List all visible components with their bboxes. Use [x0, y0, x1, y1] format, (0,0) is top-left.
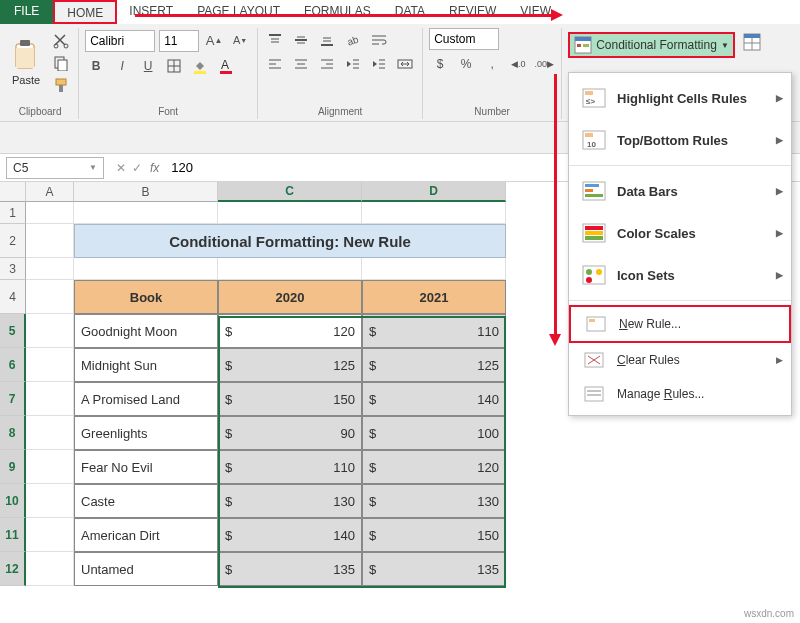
- paste-button[interactable]: Paste: [8, 38, 44, 88]
- row-header[interactable]: 8: [0, 416, 26, 450]
- row-header[interactable]: 1: [0, 202, 26, 224]
- cancel-formula-icon[interactable]: ✕: [116, 161, 126, 175]
- align-middle-button[interactable]: [290, 30, 312, 50]
- align-right-button[interactable]: [316, 54, 338, 74]
- percent-button[interactable]: %: [455, 54, 477, 74]
- tab-insert[interactable]: INSERT: [117, 0, 185, 24]
- cell-2020[interactable]: $130: [218, 484, 362, 518]
- cell-book[interactable]: Caste: [74, 484, 218, 518]
- wrap-text-button[interactable]: [368, 30, 390, 50]
- borders-button[interactable]: [163, 56, 185, 76]
- align-center-button[interactable]: [290, 54, 312, 74]
- cell-2020[interactable]: $110: [218, 450, 362, 484]
- row-header[interactable]: 3: [0, 258, 26, 280]
- row-header[interactable]: 5: [0, 314, 26, 348]
- cell-book[interactable]: Fear No Evil: [74, 450, 218, 484]
- row-header[interactable]: 6: [0, 348, 26, 382]
- cell-book[interactable]: Greenlights: [74, 416, 218, 450]
- cell-2020[interactable]: $125: [218, 348, 362, 382]
- fill-color-button[interactable]: [189, 56, 211, 76]
- row-header[interactable]: 2: [0, 224, 26, 258]
- cell-book[interactable]: Untamed: [74, 552, 218, 586]
- currency-button[interactable]: $: [429, 54, 451, 74]
- cell-2021[interactable]: $125: [362, 348, 506, 382]
- cell-book[interactable]: Goodnight Moon: [74, 314, 218, 348]
- row-header[interactable]: 4: [0, 280, 26, 314]
- tab-review[interactable]: REVIEW: [437, 0, 508, 24]
- format-painter-button[interactable]: [50, 75, 72, 95]
- row-header[interactable]: 10: [0, 484, 26, 518]
- col-header-b[interactable]: B: [74, 182, 218, 202]
- cell-book[interactable]: American Dirt: [74, 518, 218, 552]
- font-color-button[interactable]: A: [215, 56, 237, 76]
- decrease-decimal-button[interactable]: .00▶: [533, 54, 555, 74]
- align-left-button[interactable]: [264, 54, 286, 74]
- name-box[interactable]: C5 ▼: [6, 157, 104, 179]
- fx-label[interactable]: fx: [150, 161, 167, 175]
- orientation-button[interactable]: ab: [342, 30, 364, 50]
- decrease-indent-button[interactable]: [342, 54, 364, 74]
- cell-2020[interactable]: $120: [218, 314, 362, 348]
- svg-rect-45: [575, 37, 591, 41]
- orientation-icon: ab: [346, 33, 360, 47]
- row-header[interactable]: 11: [0, 518, 26, 552]
- merge-center-button[interactable]: [394, 54, 416, 74]
- align-bottom-button[interactable]: [316, 30, 338, 50]
- name-box-value: C5: [13, 161, 28, 175]
- italic-button[interactable]: I: [111, 56, 133, 76]
- font-size-select[interactable]: [159, 30, 199, 52]
- cell-book[interactable]: Midnight Sun: [74, 348, 218, 382]
- col-header-c[interactable]: C: [218, 182, 362, 202]
- bold-button[interactable]: B: [85, 56, 107, 76]
- increase-font-button[interactable]: A▲: [203, 30, 225, 50]
- decrease-font-button[interactable]: A▼: [229, 30, 251, 50]
- title-cell[interactable]: Conditional Formatting: New Rule: [74, 224, 506, 258]
- table-header-2021[interactable]: 2021: [362, 280, 506, 314]
- row-header[interactable]: 12: [0, 552, 26, 586]
- cf-highlight-cells-rules[interactable]: ≤> Highlight Cells Rules ▶: [569, 77, 791, 119]
- align-top-button[interactable]: [264, 30, 286, 50]
- svg-point-4: [64, 44, 68, 48]
- group-label-clipboard: Clipboard: [8, 104, 72, 117]
- enter-formula-icon[interactable]: ✓: [132, 161, 142, 175]
- tab-page-layout[interactable]: PAGE LAYOUT: [185, 0, 292, 24]
- underline-button[interactable]: U: [137, 56, 159, 76]
- cell-2021[interactable]: $135: [362, 552, 506, 586]
- spreadsheet-grid[interactable]: A B C D 1 2 Conditional Formatting: New …: [0, 182, 800, 586]
- cell-2020[interactable]: $140: [218, 518, 362, 552]
- format-as-table-button[interactable]: [741, 32, 763, 52]
- cell-2021[interactable]: $110: [362, 314, 506, 348]
- cell-2021[interactable]: $120: [362, 450, 506, 484]
- table-header-book[interactable]: Book: [74, 280, 218, 314]
- table-header-2020[interactable]: 2020: [218, 280, 362, 314]
- conditional-formatting-button[interactable]: Conditional Formatting ▼: [568, 32, 735, 58]
- cut-button[interactable]: [50, 31, 72, 51]
- row-header[interactable]: 7: [0, 382, 26, 416]
- tab-file[interactable]: FILE: [0, 0, 53, 24]
- tab-formulas[interactable]: FORMULAS: [292, 0, 383, 24]
- select-all-corner[interactable]: [0, 182, 26, 202]
- cell-2021[interactable]: $100: [362, 416, 506, 450]
- row-header[interactable]: 9: [0, 450, 26, 484]
- tab-home[interactable]: HOME: [53, 0, 117, 24]
- increase-indent-button[interactable]: [368, 54, 390, 74]
- cell-2020[interactable]: $135: [218, 552, 362, 586]
- col-header-a[interactable]: A: [26, 182, 74, 202]
- cell-2021[interactable]: $140: [362, 382, 506, 416]
- cf-top-bottom-rules[interactable]: 10 Top/Bottom Rules ▶: [569, 119, 791, 161]
- copy-button[interactable]: [50, 53, 72, 73]
- cell-book[interactable]: A Promised Land: [74, 382, 218, 416]
- col-header-d[interactable]: D: [362, 182, 506, 202]
- number-format-select[interactable]: [429, 28, 499, 50]
- cf-item-label: Highlight Cells Rules: [617, 91, 747, 106]
- increase-decimal-button[interactable]: ◀.0: [507, 54, 529, 74]
- submenu-arrow-icon: ▶: [776, 93, 783, 103]
- cell-2021[interactable]: $130: [362, 484, 506, 518]
- align-right-icon: [320, 57, 334, 71]
- comma-button[interactable]: ,: [481, 54, 503, 74]
- font-name-select[interactable]: [85, 30, 155, 52]
- tab-data[interactable]: DATA: [383, 0, 437, 24]
- cell-2021[interactable]: $150: [362, 518, 506, 552]
- cell-2020[interactable]: $150: [218, 382, 362, 416]
- cell-2020[interactable]: $90: [218, 416, 362, 450]
